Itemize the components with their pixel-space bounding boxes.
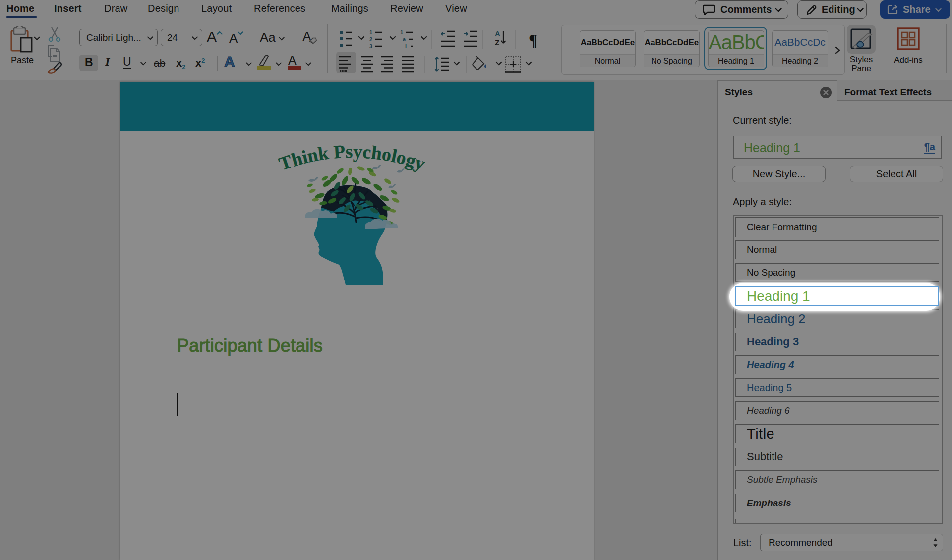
svg-text:2: 2 [369, 36, 372, 42]
svg-text:Z: Z [495, 38, 499, 47]
svg-text:1: 1 [369, 29, 372, 35]
svg-text:a: a [403, 36, 406, 42]
svg-text:Think Psychology: Think Psychology [276, 141, 428, 174]
svg-text:1: 1 [400, 29, 403, 35]
svg-text:3: 3 [369, 43, 372, 49]
svg-text:¶: ¶ [529, 31, 537, 49]
svg-text:i: i [405, 43, 407, 49]
svg-text:A: A [495, 29, 500, 38]
